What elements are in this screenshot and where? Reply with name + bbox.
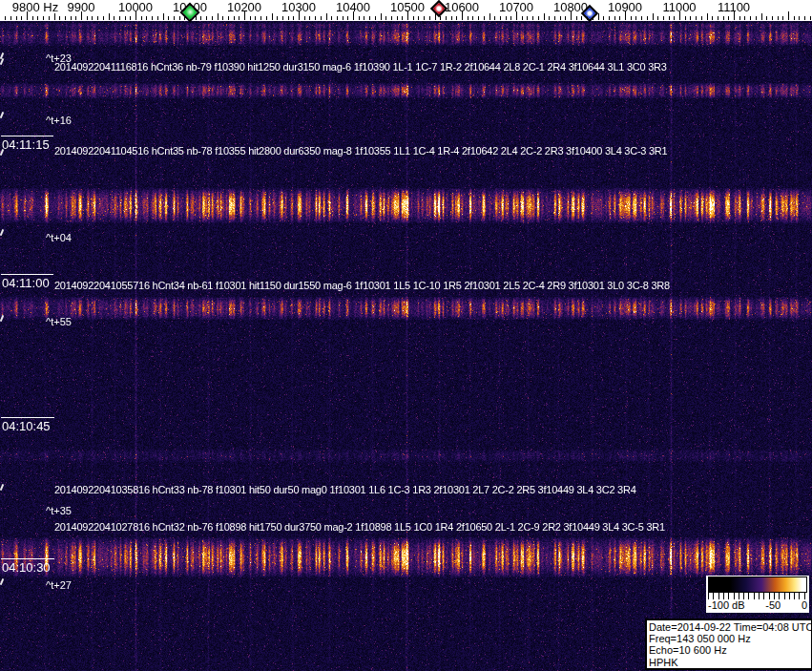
axis-tick-label: 9900	[68, 0, 95, 14]
event-time-offset: ^t+27	[46, 579, 72, 591]
info-echo: Echo=10 600 Hz	[649, 644, 809, 656]
info-date-time: Date=2014-09-22 Time=04:08 UTC	[649, 621, 809, 633]
spectrogram-display	[0, 0, 812, 671]
time-label: 04:10:45	[1, 417, 54, 433]
event-data-line: 20140922041104516 hCnt35 nb-78 f10355 hi…	[54, 145, 667, 157]
time-label: 04:10:30	[1, 558, 54, 575]
legend-label-max: 0	[802, 599, 807, 611]
status-info-box: Date=2014-09-22 Time=04:08 UTC Freq=143 …	[645, 619, 812, 670]
axis-tick-label: 10600	[445, 0, 479, 14]
axis-tick-label: 11100	[718, 0, 750, 14]
color-scale-ticks	[708, 593, 807, 599]
frequency-axis: 9800 Hz 9900 10000 10100 10200 10300 104…	[0, 0, 812, 21]
event-time-offset: ^t+35	[46, 505, 72, 516]
app-window: 9800 Hz 9900 10000 10100 10200 10300 104…	[0, 0, 812, 671]
time-label: 04:11:15	[1, 136, 53, 152]
axis-tick-label: 10700	[499, 0, 533, 14]
axis-tick-label: 10000	[118, 0, 153, 14]
axis-tick-label: 10200	[227, 0, 261, 14]
event-data-line: 20140922041035816 hCnt33 nb-78 f10301 hi…	[54, 484, 636, 495]
info-frequency: Freq=143 050 000 Hz	[649, 633, 809, 644]
time-label: 04:11:00	[1, 274, 53, 290]
event-data-line: 20140922041027816 hCnt32 nb-76 f10898 hi…	[54, 521, 665, 533]
event-time-offset: ^t+55	[46, 316, 72, 327]
color-scale-legend: -100 dB -50 0	[706, 576, 809, 613]
legend-label-mid: -50	[765, 599, 781, 611]
axis-tick-label: 10900	[608, 0, 642, 14]
info-station: HPHK	[649, 657, 809, 668]
event-data-line: 20140922041055716 hCnt34 nb-61 f10301 hi…	[54, 280, 670, 291]
event-time-offset: ^t+04	[46, 232, 72, 243]
event-data-line: 20140922041116816 hCnt36 nb-79 f10390 hi…	[54, 61, 667, 73]
event-time-offset: ^t+16	[46, 115, 72, 126]
axis-tick-label: 11000	[662, 0, 696, 14]
color-scale-gradient	[708, 577, 807, 593]
axis-tick-label: 9800 Hz	[12, 0, 58, 14]
axis-tick-label: 10300	[281, 0, 316, 14]
axis-tick-label: 10500	[390, 0, 425, 14]
legend-label-min: -100 dB	[708, 599, 745, 611]
axis-tick-label: 10400	[336, 0, 370, 14]
